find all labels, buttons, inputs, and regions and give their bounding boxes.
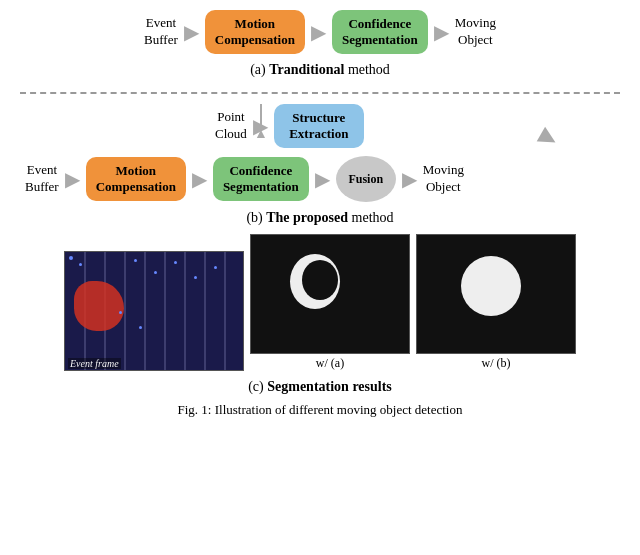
label-event-buffer-a: Event Buffer xyxy=(144,15,178,49)
arrow-b1: ▶ xyxy=(65,167,80,191)
arrow-a2: ▶ xyxy=(311,20,326,44)
fig-caption: Fig. 1: Illustration of different moving… xyxy=(20,401,620,419)
label-moving-object-b: Moving Object xyxy=(423,162,464,196)
box-motion-compensation-a: Motion Compensation xyxy=(205,10,305,54)
section-a-caption: (a) Tranditional method xyxy=(250,62,390,78)
section-b: Point Cloud ▶ Structure Extraction ▲ ▶ E… xyxy=(20,98,620,230)
box-confidence-segmentation-b: Confidence Segmentation xyxy=(213,157,309,201)
seg-result-b-container: w/ (b) xyxy=(416,234,576,371)
arrow-b2: ▶ xyxy=(192,167,207,191)
arrow-b3: ▶ xyxy=(315,167,330,191)
arrow-a1: ▶ xyxy=(184,20,199,44)
event-frame-canvas: Event frame xyxy=(64,251,244,371)
event-frame-container: Event frame xyxy=(64,251,244,371)
seg-result-b-caption: w/ (b) xyxy=(416,356,576,371)
b-bottom-flow: Event Buffer ▶ Motion Compensation ▶ Con… xyxy=(25,156,615,202)
vertical-connector-up: ▲ xyxy=(254,104,268,142)
section-a: Event Buffer ▶ Motion Compensation ▶ Con… xyxy=(20,10,620,82)
images-row: Event frame w/ (a) xyxy=(64,234,576,371)
label-event-buffer-b: Event Buffer xyxy=(25,162,59,196)
box-motion-compensation-b: Motion Compensation xyxy=(86,157,186,201)
arrow-b4: ▶ xyxy=(402,167,417,191)
dashed-divider xyxy=(20,92,620,94)
box-structure-extraction: Structure Extraction xyxy=(274,104,364,148)
main-container: Event Buffer ▶ Motion Compensation ▶ Con… xyxy=(0,0,640,555)
box-fusion: Fusion xyxy=(336,156,396,202)
seg-result-b-canvas xyxy=(416,234,576,354)
event-frame-label: Event frame xyxy=(68,358,121,369)
section-b-layout: Point Cloud ▶ Structure Extraction ▲ ▶ E… xyxy=(25,104,615,202)
label-moving-object-a: Moving Object xyxy=(455,15,496,49)
seg-result-a-container: w/ (a) xyxy=(250,234,410,371)
section-a-flow: Event Buffer ▶ Motion Compensation ▶ Con… xyxy=(144,10,496,54)
box-confidence-segmentation-a: Confidence Segmentation xyxy=(332,10,428,54)
section-c: Event frame w/ (a) xyxy=(20,234,620,399)
seg-result-a-canvas xyxy=(250,234,410,354)
section-b-caption: (b) The proposed method xyxy=(246,210,393,226)
section-c-caption: (c) Segmentation results xyxy=(248,379,392,395)
label-point-cloud: Point Cloud xyxy=(215,109,247,143)
seg-result-a-caption: w/ (a) xyxy=(250,356,410,371)
arrow-a3: ▶ xyxy=(434,20,449,44)
